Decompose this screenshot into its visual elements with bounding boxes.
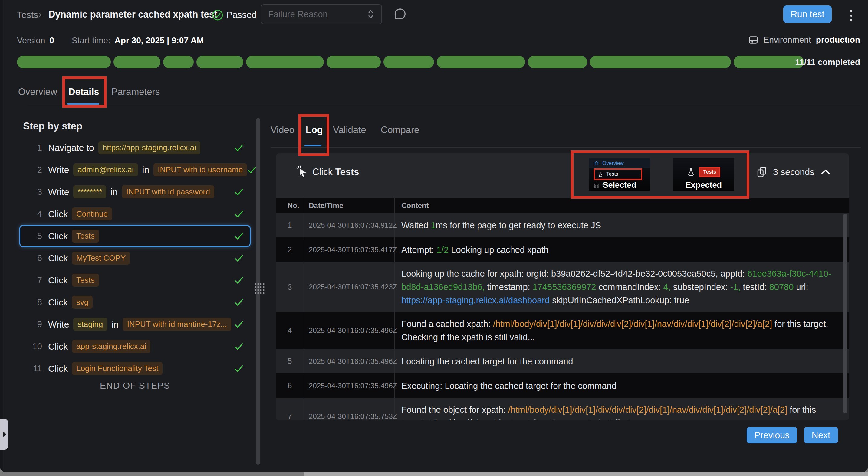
step-row-7[interactable]: 7ClickTests xyxy=(19,269,251,291)
step-joiner: in xyxy=(112,319,118,330)
copy-icon[interactable] xyxy=(756,166,767,178)
log-row-3: 32025-04-30T16:07:35.423ZLooking up the … xyxy=(276,262,849,312)
left-edge xyxy=(0,0,3,472)
step-action: Write xyxy=(48,319,69,330)
step-action: Click xyxy=(48,209,68,219)
step-row-5[interactable]: 5ClickTests xyxy=(19,225,251,247)
tab-video[interactable]: Video xyxy=(271,125,294,135)
step-target-chip: Continue xyxy=(72,207,112,220)
log-row-content: Waited 1ms for the page to get ready to … xyxy=(395,213,849,237)
step-row-1[interactable]: 1Navigate tohttps://app-staging.relicx.a… xyxy=(19,137,251,159)
log-row-number: 6 xyxy=(276,373,303,398)
progress-segment xyxy=(114,56,160,68)
duration-text: 3 seconds xyxy=(773,167,814,177)
top-bar: Tests › Dynamic parameter cached xpath t… xyxy=(0,0,868,30)
step-row-6[interactable]: 6ClickMyTest COPY xyxy=(19,247,251,269)
step-value-chip: staging xyxy=(73,318,107,331)
expand-arrow-icon xyxy=(3,431,6,437)
detail-tabs-divider xyxy=(271,147,861,147)
progress-segment xyxy=(383,56,434,68)
sidebar-expand-flap[interactable] xyxy=(0,418,8,450)
log-row-content: Found the object for xpath: /html/body/d… xyxy=(395,398,849,420)
log-scrollbar[interactable] xyxy=(843,214,847,413)
col-header-content: Content xyxy=(395,201,849,210)
step-target-chip: INPUT with id mantine-17z... xyxy=(123,318,231,331)
step-passed-check-icon xyxy=(247,166,257,174)
log-row-timestamp: 2025-04-30T16:07:35.496Z xyxy=(303,349,395,373)
expected-tests-highlight: Tests xyxy=(699,167,720,177)
step-target-chip: INPUT with id username xyxy=(153,163,247,176)
step-row-3[interactable]: 3Write********inINPUT with id password xyxy=(19,181,251,203)
step-action: Click xyxy=(48,275,68,285)
tab-compare[interactable]: Compare xyxy=(381,125,420,135)
start-time-value: Apr 30, 2025 | 9:07 AM xyxy=(115,36,204,45)
main-tab-bar: Overview Details Parameters xyxy=(0,82,868,106)
page-title: Dynamic parameter cached xpath test xyxy=(49,9,217,20)
step-passed-check-icon xyxy=(234,188,244,196)
step-value-chip: admin@relicx.ai xyxy=(73,163,138,176)
step-passed-check-icon xyxy=(234,299,244,306)
tab-details[interactable]: Details xyxy=(68,87,99,97)
step-row-11[interactable]: 11ClickLogin Functionality Test xyxy=(19,358,251,379)
log-row-timestamp: 2025-04-30T16:07:35.423Z xyxy=(303,262,395,312)
progress-segment xyxy=(17,56,111,68)
step-number: 3 xyxy=(31,187,42,197)
run-test-button[interactable]: Run test xyxy=(783,5,832,23)
step-action: Click xyxy=(48,253,68,263)
step-target-chip: MyTest COPY xyxy=(72,251,130,265)
step-value-chip: ******** xyxy=(73,185,106,198)
comment-bubble-icon[interactable] xyxy=(393,7,407,21)
selected-screenshot-thumbnail[interactable]: Overview Tests Suites Selected xyxy=(589,159,650,191)
step-passed-check-icon xyxy=(234,276,244,284)
step-row-9[interactable]: 9WritestaginginINPUT with id mantine-17z… xyxy=(19,313,251,335)
previous-button[interactable]: Previous xyxy=(747,427,797,443)
step-row-2[interactable]: 2Writeadmin@relicx.aiinINPUT with id use… xyxy=(19,159,251,181)
step-number: 4 xyxy=(31,209,42,219)
log-row-5: 52025-04-30T16:07:35.496ZLocating the ca… xyxy=(276,349,849,373)
tab-validate[interactable]: Validate xyxy=(333,125,366,135)
start-time-label: Start time: xyxy=(72,36,111,45)
progress-segment xyxy=(437,56,525,68)
step-target-chip: Tests xyxy=(72,230,99,242)
progress-segment xyxy=(196,56,243,68)
tab-overview[interactable]: Overview xyxy=(18,87,57,97)
log-row-number: 7 xyxy=(276,398,303,420)
environment-icon xyxy=(748,34,759,45)
mini-nav-tests-highlight: Tests xyxy=(594,168,642,180)
step-passed-check-icon xyxy=(234,210,244,218)
expected-label: Expected xyxy=(673,180,734,190)
collapse-chevron-icon[interactable] xyxy=(820,169,831,175)
step-row-10[interactable]: 10Clickapp-staging.relicx.ai xyxy=(19,335,251,358)
step-row-8[interactable]: 8Clicksvg xyxy=(19,291,251,313)
log-card: Click Tests 3 seconds xyxy=(276,153,849,420)
progress-segment xyxy=(590,56,731,68)
log-row-content: Executing: Locating the cached target fo… xyxy=(395,374,849,398)
step-passed-check-icon xyxy=(234,343,244,350)
log-command-title: Click Tests xyxy=(312,167,359,177)
breadcrumb-separator: › xyxy=(39,9,42,19)
steps-heading: Step by step xyxy=(23,121,82,132)
failure-reason-select[interactable]: Failure Reason xyxy=(261,4,382,24)
step-row-4[interactable]: 4ClickContinue xyxy=(19,203,251,225)
step-number: 11 xyxy=(31,364,42,373)
next-button[interactable]: Next xyxy=(804,427,838,443)
log-header: Click Tests 3 seconds xyxy=(276,153,849,198)
progress-segment xyxy=(246,56,323,68)
tab-log[interactable]: Log xyxy=(306,125,323,135)
status-badge: Passed xyxy=(226,10,257,20)
select-chevrons-icon xyxy=(367,9,375,19)
log-link[interactable]: https://app-staging.relicx.ai/dashboard xyxy=(401,296,550,305)
flask-icon xyxy=(687,168,695,177)
panel-resize-handle[interactable] xyxy=(254,282,266,295)
log-row-content: Found a cached xpath: /html/body/div[1]/… xyxy=(395,312,849,349)
kebab-menu-icon[interactable] xyxy=(845,8,857,23)
failure-reason-placeholder: Failure Reason xyxy=(268,9,367,19)
log-row-timestamp: 2025-04-30T16:07:35.496Z xyxy=(303,373,395,398)
breadcrumb-tests-link[interactable]: Tests xyxy=(17,10,38,20)
step-value-chip: https://app-staging.relicx.ai xyxy=(98,141,200,154)
tab-parameters[interactable]: Parameters xyxy=(112,87,160,97)
log-table-header: No. Date/Time Content xyxy=(276,198,849,213)
log-row-2: 22025-04-30T16:07:35.417ZAttempt: 1/2 Lo… xyxy=(276,237,849,262)
main-window: Tests › Dynamic parameter cached xpath t… xyxy=(0,0,868,472)
expected-screenshot-thumbnail[interactable]: Tests Expected xyxy=(673,159,734,191)
